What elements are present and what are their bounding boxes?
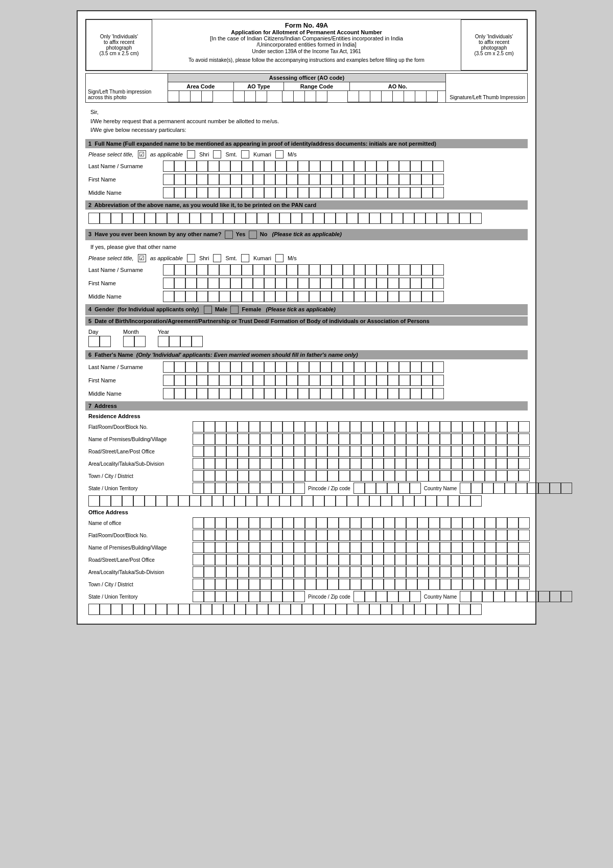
off-name-box-8[interactable]: [271, 517, 282, 529]
off-country-box-3[interactable]: [482, 591, 493, 602]
off-area-box-4[interactable]: [226, 566, 238, 578]
off-road-box-21[interactable]: [417, 554, 429, 565]
off-name-box-26[interactable]: [474, 517, 485, 529]
s6-first-box-14[interactable]: [309, 375, 320, 386]
off-premises-box-30[interactable]: [518, 542, 530, 553]
res-road-box-20[interactable]: [406, 446, 417, 457]
area-box-1[interactable]: [168, 91, 179, 102]
s1-middle-box-4[interactable]: [197, 187, 208, 198]
off-flat-box-2[interactable]: [204, 530, 215, 541]
s3-first-box-13[interactable]: [298, 278, 309, 289]
off-premises-box-5[interactable]: [238, 542, 249, 553]
s3-first-box-15[interactable]: [320, 278, 332, 289]
off-road-box-1[interactable]: [193, 554, 204, 565]
res-pincode-box-6[interactable]: [410, 483, 421, 494]
off-premises-box-11[interactable]: [305, 542, 316, 553]
res-state2-box-24[interactable]: [347, 495, 358, 507]
off-area-box-17[interactable]: [372, 566, 384, 578]
off-state2-box-6[interactable]: [145, 604, 156, 615]
ao-no-box-4[interactable]: [382, 91, 393, 102]
res-premises-box-17[interactable]: [372, 433, 384, 445]
off-state-box-4[interactable]: [226, 591, 238, 602]
s6-middle-box-8[interactable]: [242, 388, 253, 399]
off-pincode-box-6[interactable]: [410, 591, 421, 602]
off-area-box-15[interactable]: [350, 566, 361, 578]
section3-checkbox[interactable]: ☑: [138, 254, 146, 262]
off-road-box-3[interactable]: [215, 554, 226, 565]
off-flat-box-5[interactable]: [238, 530, 249, 541]
s1-middle-box-14[interactable]: [309, 187, 320, 198]
res-country-box-9[interactable]: [550, 483, 561, 494]
off-town-box-7[interactable]: [260, 579, 271, 590]
off-area-box-22[interactable]: [429, 566, 440, 578]
s1-middle-box-3[interactable]: [185, 187, 197, 198]
s3-last-box-19[interactable]: [365, 264, 376, 276]
off-area-box-29[interactable]: [507, 566, 518, 578]
off-area-box-24[interactable]: [451, 566, 462, 578]
off-name-box-14[interactable]: [339, 517, 350, 529]
s6-last-box-6[interactable]: [219, 361, 230, 373]
res-premises-box-19[interactable]: [395, 433, 406, 445]
s1-first-box-3[interactable]: [185, 174, 197, 185]
res-premises-box-21[interactable]: [417, 433, 429, 445]
res-area-box-30[interactable]: [518, 458, 530, 469]
s2-abbrev-box-16[interactable]: [257, 213, 268, 224]
s3-middle-box-18[interactable]: [354, 291, 365, 302]
s6-first-box-16[interactable]: [332, 375, 343, 386]
off-state2-box-14[interactable]: [234, 604, 246, 615]
res-area-box-27[interactable]: [485, 458, 496, 469]
s6-last-box-15[interactable]: [320, 361, 332, 373]
res-area-box-17[interactable]: [372, 458, 384, 469]
off-flat-box-13[interactable]: [327, 530, 339, 541]
s1-first-box-7[interactable]: [230, 174, 242, 185]
res-state2-box-6[interactable]: [145, 495, 156, 507]
s3-middle-box-5[interactable]: [208, 291, 219, 302]
s6-middle-box-7[interactable]: [230, 388, 242, 399]
s1-last-box-4[interactable]: [197, 161, 208, 172]
s3-last-box-18[interactable]: [354, 264, 365, 276]
off-road-box-20[interactable]: [406, 554, 417, 565]
off-town-box-4[interactable]: [226, 579, 238, 590]
s6-first-box-25[interactable]: [433, 375, 444, 386]
res-road-box-2[interactable]: [204, 446, 215, 457]
off-road-box-15[interactable]: [350, 554, 361, 565]
off-area-box-28[interactable]: [496, 566, 507, 578]
s1-first-box-20[interactable]: [376, 174, 388, 185]
s3-first-box-7[interactable]: [230, 278, 242, 289]
s1-last-box-21[interactable]: [388, 161, 399, 172]
s6-middle-box-14[interactable]: [309, 388, 320, 399]
res-area-box-8[interactable]: [271, 458, 282, 469]
s6-first-box-10[interactable]: [264, 375, 275, 386]
off-road-box-18[interactable]: [384, 554, 395, 565]
res-flat-box-13[interactable]: [327, 421, 339, 432]
s2-abbrev-box-25[interactable]: [358, 213, 369, 224]
s1-middle-box-9[interactable]: [253, 187, 264, 198]
off-premises-box-12[interactable]: [316, 542, 327, 553]
off-state2-box-24[interactable]: [347, 604, 358, 615]
off-premises-box-28[interactable]: [496, 542, 507, 553]
off-state2-box-18[interactable]: [279, 604, 291, 615]
off-state2-box-7[interactable]: [156, 604, 167, 615]
s3-middle-box-20[interactable]: [376, 291, 388, 302]
off-area-box-1[interactable]: [193, 566, 204, 578]
off-state2-box-29[interactable]: [403, 604, 414, 615]
res-town-box-22[interactable]: [429, 470, 440, 482]
res-flat-box-6[interactable]: [249, 421, 260, 432]
s1-last-box-5[interactable]: [208, 161, 219, 172]
s3-last-box-15[interactable]: [320, 264, 332, 276]
res-state2-box-16[interactable]: [257, 495, 268, 507]
res-country-box-1[interactable]: [460, 483, 471, 494]
s2-abbrev-box-18[interactable]: [279, 213, 291, 224]
res-road-box-11[interactable]: [305, 446, 316, 457]
s6-first-box-13[interactable]: [298, 375, 309, 386]
res-country-box-6[interactable]: [516, 483, 527, 494]
res-pincode-box-3[interactable]: [376, 483, 387, 494]
off-state-box-3[interactable]: [215, 591, 226, 602]
off-country-box-1[interactable]: [460, 591, 471, 602]
off-flat-box-15[interactable]: [350, 530, 361, 541]
off-road-box-22[interactable]: [429, 554, 440, 565]
s6-last-box-5[interactable]: [208, 361, 219, 373]
res-state-box-6[interactable]: [249, 483, 260, 494]
s1-first-box-21[interactable]: [388, 174, 399, 185]
s2-abbrev-box-11[interactable]: [201, 213, 212, 224]
